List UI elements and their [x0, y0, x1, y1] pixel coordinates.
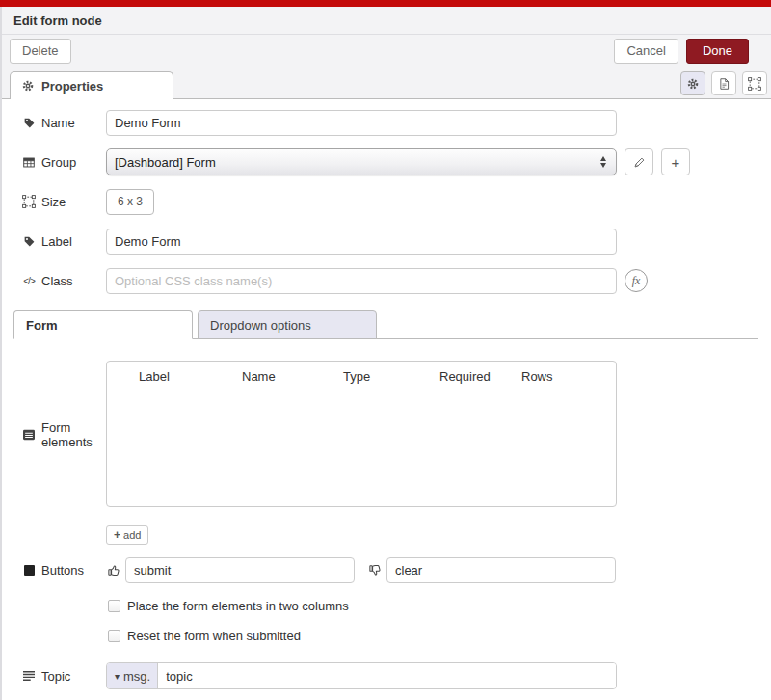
plus-icon: +	[114, 528, 120, 542]
select-arrows-icon	[600, 156, 608, 168]
description-view-button[interactable]	[711, 71, 736, 95]
label-input[interactable]	[106, 229, 617, 255]
action-toolbar: Delete Cancel Done	[0, 35, 771, 67]
tab-dropdown-options[interactable]: Dropdown options	[198, 310, 377, 339]
gear-icon	[685, 77, 701, 91]
delete-button[interactable]: Delete	[10, 39, 71, 64]
pencil-icon	[631, 156, 647, 169]
dialog-titlebar: Edit form node	[0, 7, 771, 35]
column-type: Type	[343, 369, 439, 384]
column-label: Label	[139, 369, 242, 384]
tag-icon	[21, 235, 37, 248]
column-rows: Rows	[521, 369, 553, 384]
buttons-label: Buttons	[21, 563, 106, 578]
gear-icon	[20, 79, 36, 93]
form-elements-row: Form elements Label Name Type Required R…	[21, 361, 771, 507]
topic-row: Topic ▾ msg.	[21, 662, 771, 689]
tab-properties[interactable]: Properties	[10, 71, 173, 99]
class-input[interactable]	[106, 268, 617, 294]
table-icon	[21, 156, 37, 169]
group-select-value: [Dashboard] Form	[115, 155, 600, 170]
class-row: </> Class fx	[21, 267, 771, 294]
tag-icon	[21, 117, 37, 129]
topic-label: Topic	[21, 669, 106, 684]
class-label: </> Class	[21, 274, 106, 288]
caret-down-icon: ▾	[115, 671, 120, 682]
thumbs-down-icon	[367, 563, 383, 578]
form-subtabs: Form Dropdown options	[13, 310, 758, 339]
done-button[interactable]: Done	[686, 39, 749, 64]
buttons-row: Buttons	[21, 556, 771, 583]
form-elements-table: Label Name Type Required Rows	[106, 361, 617, 507]
tab-icon-buttons	[680, 71, 767, 95]
submit-button-input[interactable]	[125, 557, 355, 583]
label-label: Label	[21, 234, 106, 249]
form-elements-label: Form elements	[21, 420, 106, 449]
edit-group-button[interactable]	[625, 148, 653, 175]
name-row: Name	[21, 109, 771, 136]
size-button[interactable]: 6 x 3	[106, 189, 154, 215]
form-elements-header: Label Name Type Required Rows	[107, 362, 616, 390]
name-label: Name	[21, 116, 106, 130]
two-columns-label: Place the form elements in two columns	[127, 599, 349, 613]
group-label: Group	[21, 155, 106, 170]
topic-type-label: msg.	[123, 669, 150, 684]
topic-input[interactable]	[158, 663, 616, 688]
reset-checkbox[interactable]	[108, 630, 120, 642]
cancel-button[interactable]: Cancel	[614, 39, 678, 64]
add-group-button[interactable]: +	[661, 148, 690, 175]
group-select[interactable]: [Dashboard] Form	[106, 148, 617, 175]
properties-form: Name Group [Dashboard] Form +	[0, 99, 771, 700]
tab-form[interactable]: Form	[13, 310, 193, 339]
two-columns-checkbox[interactable]	[108, 600, 120, 612]
object-group-icon	[21, 195, 37, 208]
column-name: Name	[242, 369, 343, 384]
two-columns-option[interactable]: Place the form elements in two columns	[108, 599, 771, 613]
plus-icon: +	[668, 154, 683, 171]
form-elements-icon	[21, 429, 37, 441]
tasks-icon	[21, 670, 37, 682]
fx-icon: fx	[625, 269, 648, 292]
reset-option[interactable]: Reset the form when submitted	[108, 629, 771, 643]
name-input[interactable]	[106, 110, 617, 136]
group-row: Group [Dashboard] Form +	[21, 148, 771, 175]
topic-typedinput: ▾ msg.	[106, 662, 617, 689]
tray-accent-bar	[0, 0, 771, 7]
square-icon	[21, 565, 37, 576]
column-required: Required	[439, 369, 521, 384]
label-row: Label	[21, 228, 771, 255]
reset-label: Reset the form when submitted	[127, 629, 301, 643]
clear-button-input[interactable]	[386, 557, 616, 583]
editor-tabbar: Properties	[0, 67, 771, 99]
size-row: Size 6 x 3	[21, 188, 771, 215]
topic-type-button[interactable]: ▾ msg.	[107, 663, 158, 688]
tab-properties-label: Properties	[41, 79, 103, 94]
add-element-button[interactable]: +add	[106, 525, 148, 545]
object-group-icon	[747, 77, 762, 91]
thumbs-up-icon	[106, 563, 121, 578]
form-elements-body[interactable]	[107, 390, 616, 497]
size-label: Size	[21, 195, 106, 209]
dialog-title: Edit form node	[13, 13, 102, 28]
document-icon	[716, 77, 731, 91]
properties-view-button[interactable]	[680, 71, 705, 95]
code-icon: </>	[21, 276, 37, 286]
appearance-view-button[interactable]	[742, 71, 767, 95]
